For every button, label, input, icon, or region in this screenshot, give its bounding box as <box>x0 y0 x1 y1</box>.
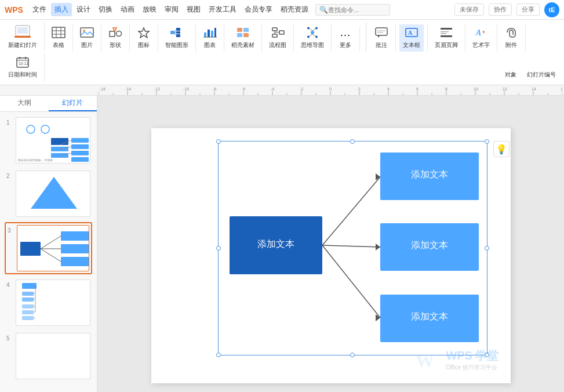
svg-rect-27 <box>243 28 249 32</box>
slide-num-5: 5 <box>6 333 12 342</box>
datetime-button[interactable]: 10 11 日期和时间 <box>5 54 41 81</box>
shape-icon <box>108 27 122 40</box>
slide-number-label: 幻灯片编号 <box>527 71 556 79</box>
new-slide-label: 新建幻灯片 <box>8 41 37 49</box>
svg-point-44 <box>315 36 318 38</box>
menu-animation[interactable]: 动画 <box>117 3 138 16</box>
share-btn[interactable]: 分享 <box>516 3 540 16</box>
comment-button[interactable]: 批注 <box>371 24 392 52</box>
flowchart-button[interactable]: 流程图 <box>265 24 290 52</box>
slide-item-3[interactable]: 3 <box>5 222 92 274</box>
attachment-button[interactable]: 附件 <box>501 24 522 52</box>
menu-transition[interactable]: 切换 <box>95 3 116 16</box>
slide-thumb-3[interactable] <box>17 225 89 271</box>
icon-button[interactable]: 图标 <box>133 24 154 52</box>
menu-file[interactable]: 文件 <box>29 3 50 16</box>
tab-slides[interactable]: 幻灯片 <box>49 96 97 111</box>
slide-number-button[interactable]: 幻灯片编号 <box>523 67 559 81</box>
slide-item-1[interactable]: 1 <box>5 115 92 165</box>
mindmap-button[interactable]: 思维导图 <box>297 24 328 52</box>
svg-text:A: A <box>475 28 481 37</box>
sidebar-tabs: 大纲 幻灯片 <box>0 96 97 112</box>
slide-thumb-5[interactable] <box>16 333 90 379</box>
right-box-mid-text[interactable]: 添加文本 <box>411 240 448 250</box>
tab-outline[interactable]: 大纲 <box>0 96 49 111</box>
svg-rect-127 <box>20 242 41 256</box>
right-box-bottom-text[interactable]: 添加文本 <box>411 311 448 321</box>
svg-line-18 <box>174 30 176 33</box>
table-button[interactable]: 表格 <box>48 24 69 52</box>
svg-text:-10: -10 <box>183 87 189 91</box>
svg-text:4: 4 <box>387 87 390 91</box>
image-button[interactable]: 图片 <box>77 24 97 52</box>
menu-insert[interactable]: 插入 <box>51 3 72 16</box>
comment-label: 批注 <box>376 41 387 49</box>
more-button[interactable]: ··· 更多 <box>335 27 356 52</box>
shape-button[interactable]: 形状 <box>105 24 126 52</box>
right-box-top-text[interactable]: 添加文本 <box>411 169 448 179</box>
svg-rect-31 <box>272 34 277 37</box>
headerfooter-button[interactable]: 页眉页脚 <box>431 24 461 52</box>
slide-num-2: 2 <box>6 170 12 179</box>
ribbon-group-headerfooter: 页眉页脚 <box>431 24 465 52</box>
user-avatar[interactable]: tE <box>544 2 559 17</box>
menu-vip[interactable]: 会员专享 <box>241 3 276 16</box>
svg-text:16: 16 <box>561 87 562 91</box>
ribbon-group-mindmap: 思维导图 <box>297 24 332 52</box>
search-box[interactable]: 🔍 <box>315 4 390 16</box>
menu-devtools[interactable]: 开发工具 <box>205 3 240 16</box>
wps-subtitle: Office 技巧学习平台 <box>446 364 498 372</box>
mindmap-icon <box>305 27 319 40</box>
svg-text:0: 0 <box>329 87 332 91</box>
slide-item-2[interactable]: 2 <box>5 169 92 219</box>
svg-point-113 <box>27 125 35 133</box>
svg-marker-152 <box>376 244 380 251</box>
new-slide-button[interactable]: 新建幻灯片 <box>5 22 41 52</box>
smartart-icon <box>170 27 184 40</box>
material-icon <box>236 27 250 40</box>
slide-num-3: 3 <box>8 225 13 234</box>
svg-text:-6: -6 <box>242 87 245 91</box>
main-area: 大纲 幻灯片 1 <box>0 96 564 392</box>
menu-review[interactable]: 审阅 <box>161 3 182 16</box>
svg-rect-135 <box>22 292 34 296</box>
svg-marker-12 <box>113 28 117 31</box>
collaborate-btn[interactable]: 协作 <box>489 3 512 16</box>
svg-line-43 <box>312 34 316 37</box>
menu-design[interactable]: 设计 <box>73 3 94 16</box>
svg-text:图表来自稻壳模板，可替换: 图表来自稻壳模板，可替换 <box>18 158 53 162</box>
slide-thumb-1[interactable]: 图表来自稻壳模板，可替换 <box>16 117 90 164</box>
svg-text:-2: -2 <box>300 87 303 91</box>
slide-canvas[interactable]: 💡 添加文本 添加文本 添加文本 <box>151 128 511 383</box>
slide-thumb-4[interactable] <box>16 280 90 326</box>
smartart-button[interactable]: 智能图形 <box>162 24 192 52</box>
svg-rect-14 <box>170 31 174 34</box>
menu-resources[interactable]: 稻壳资源 <box>277 3 312 16</box>
material-button[interactable]: 稻壳素材 <box>228 24 258 52</box>
svg-rect-10 <box>110 31 115 37</box>
unsaved-btn[interactable]: 未保存 <box>454 3 484 16</box>
svg-text:12: 12 <box>503 87 507 91</box>
search-input[interactable] <box>328 6 386 13</box>
svg-text:14: 14 <box>532 87 536 91</box>
svg-rect-30 <box>272 28 277 31</box>
svg-rect-128 <box>61 231 89 241</box>
slide-thumb-2[interactable] <box>16 170 90 217</box>
wordart-button[interactable]: A ✦ 艺术字 <box>469 24 493 52</box>
svg-marker-126 <box>31 177 77 209</box>
menu-bar: 文件 插入 设计 切换 动画 放映 审阅 视图 开发工具 会员专享 稻壳资源 <box>29 3 312 16</box>
svg-point-36 <box>311 31 314 34</box>
menu-slideshow[interactable]: 放映 <box>139 3 160 16</box>
chart-button[interactable]: 图表 <box>199 24 220 52</box>
idea-button[interactable]: 💡 <box>493 141 510 157</box>
ribbon-group-more: ··· 更多 <box>335 27 360 52</box>
canvas-area[interactable]: 💡 添加文本 添加文本 添加文本 <box>97 96 564 392</box>
menu-view[interactable]: 视图 <box>183 3 204 16</box>
svg-rect-8 <box>81 28 93 37</box>
headerfooter-label: 页眉页脚 <box>435 41 458 49</box>
slide-item-5[interactable]: 5 <box>5 331 92 381</box>
object-button[interactable]: 对象 <box>500 67 521 81</box>
slide-item-4[interactable]: 4 <box>5 278 92 328</box>
title-bar: WPS 文件 插入 设计 切换 动画 放映 审阅 视图 开发工具 会员专享 稻壳… <box>0 0 564 20</box>
textbox-button[interactable]: A 文本框 <box>399 24 424 52</box>
